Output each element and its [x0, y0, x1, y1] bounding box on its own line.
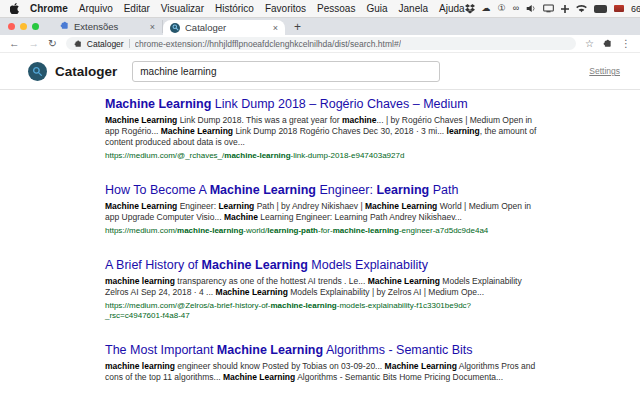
menu-item-arquivo[interactable]: Arquivo: [79, 3, 113, 14]
minimize-window-button[interactable]: [20, 23, 27, 30]
tab-label: Extensões: [74, 21, 145, 32]
search-result: How To Become A Machine Learning Enginee…: [105, 183, 550, 236]
result-title[interactable]: The Most Important Machine Learning Algo…: [105, 343, 550, 357]
back-icon[interactable]: ←: [9, 38, 20, 49]
menu-item-ajuda[interactable]: Ajuda: [439, 3, 465, 14]
dropbox-icon[interactable]: [465, 4, 475, 14]
close-window-button[interactable]: [8, 23, 15, 30]
page-header: Cataloger Settings: [0, 53, 640, 90]
battery-percent: 66%: [631, 4, 640, 14]
browser-toolbar: ← → ↻ Cataloger chrome-extension://hnhjl…: [0, 35, 640, 53]
result-snippet: Machine Learning Link Dump 2018. This wa…: [105, 115, 537, 148]
menu-app-name[interactable]: Chrome: [30, 3, 68, 14]
result-snippet: Machine Learning Engineer: Learning Path…: [105, 201, 537, 223]
reload-icon[interactable]: ↻: [48, 38, 57, 49]
results-list: Machine Learning Link Dump 2018 – Rogéri…: [0, 90, 640, 383]
wifi-icon[interactable]: [576, 5, 587, 13]
cataloger-logo-icon: [28, 62, 47, 81]
result-title[interactable]: Machine Learning Link Dump 2018 – Rogéri…: [105, 97, 550, 111]
omnibox[interactable]: Cataloger chrome-extension://hnhjldfflpn…: [66, 37, 576, 50]
window-controls: [8, 18, 39, 35]
tab-cataloger[interactable]: Cataloger ×: [163, 20, 285, 35]
glasses-icon[interactable]: ∞: [513, 4, 519, 13]
menu-item-visualizar[interactable]: Visualizar: [161, 3, 204, 14]
new-tab-button[interactable]: +: [294, 21, 301, 33]
result-snippet: machine learning engineer should know Po…: [105, 361, 537, 383]
search-result: The Most Important Machine Learning Algo…: [105, 343, 550, 383]
screen: Chrome Arquivo Editar Visualizar Históri…: [0, 0, 640, 400]
input-language-flag-icon[interactable]: [614, 5, 624, 12]
search-result: A Brief History of Machine Learning Mode…: [105, 258, 550, 321]
apple-menu-icon[interactable]: [10, 3, 19, 14]
tab-close-icon[interactable]: ×: [273, 23, 278, 33]
cloud-icon[interactable]: ☁: [482, 4, 491, 13]
info-badge-icon[interactable]: ①: [498, 4, 506, 13]
cataloger-favicon-icon: [170, 23, 180, 33]
page-title: Cataloger: [55, 64, 117, 79]
result-title[interactable]: A Brief History of Machine Learning Mode…: [105, 258, 550, 272]
tab-extensoes[interactable]: Extensões ×: [53, 20, 163, 33]
extension-puzzle-icon: [74, 40, 82, 48]
macos-menu-bar: Chrome Arquivo Editar Visualizar Históri…: [0, 0, 640, 18]
tab-strip: Extensões × Cataloger × +: [0, 18, 640, 35]
omnibox-url: chrome-extension://hnhjldfflpnoeafdcleng…: [135, 39, 401, 49]
extensions-favicon-icon: [60, 21, 69, 32]
menu-left: Chrome Arquivo Editar Visualizar Históri…: [10, 3, 465, 14]
menu-item-editar[interactable]: Editar: [124, 3, 150, 14]
extensions-menu-icon[interactable]: [603, 39, 612, 48]
keyboard-icon[interactable]: [594, 5, 607, 13]
chrome-menu-icon[interactable]: ⋮: [621, 39, 631, 49]
omnibox-extension-name: Cataloger: [87, 39, 124, 49]
result-url: https://medium.com/@Zelros/a-brief-histo…: [105, 301, 525, 321]
menu-item-guia[interactable]: Guia: [366, 3, 387, 14]
menu-status-area: ☁ ① ∞ 66% Seg 18:00 ≡: [465, 4, 640, 14]
move-cross-icon[interactable]: [561, 5, 569, 13]
zoom-window-button[interactable]: [32, 23, 39, 30]
menu-item-favoritos[interactable]: Favoritos: [265, 3, 306, 14]
settings-link[interactable]: Settings: [589, 66, 620, 76]
menu-item-pessoas[interactable]: Pessoas: [317, 3, 355, 14]
volume-icon[interactable]: [526, 4, 536, 13]
result-title[interactable]: How To Become A Machine Learning Enginee…: [105, 183, 550, 197]
search-input[interactable]: [132, 61, 440, 82]
display-icon[interactable]: [543, 4, 554, 13]
search-result: Machine Learning Link Dump 2018 – Rogéri…: [105, 97, 550, 161]
result-snippet: machine learning transparency as one of …: [105, 276, 537, 298]
tab-close-icon[interactable]: ×: [150, 22, 155, 32]
result-url: https://medium.com/machine-learning-worl…: [105, 226, 525, 236]
forward-icon[interactable]: →: [29, 38, 40, 49]
omnibox-divider: [129, 39, 130, 48]
result-url: https://medium.com/@_rchaves_/machine-le…: [105, 151, 525, 161]
menu-item-historico[interactable]: Histórico: [215, 3, 254, 14]
page-content: Cataloger Settings Machine Learning Link…: [0, 53, 640, 400]
bookmark-star-icon[interactable]: ☆: [585, 39, 594, 49]
tab-label: Cataloger: [185, 22, 268, 33]
menu-item-janela[interactable]: Janela: [399, 3, 428, 14]
